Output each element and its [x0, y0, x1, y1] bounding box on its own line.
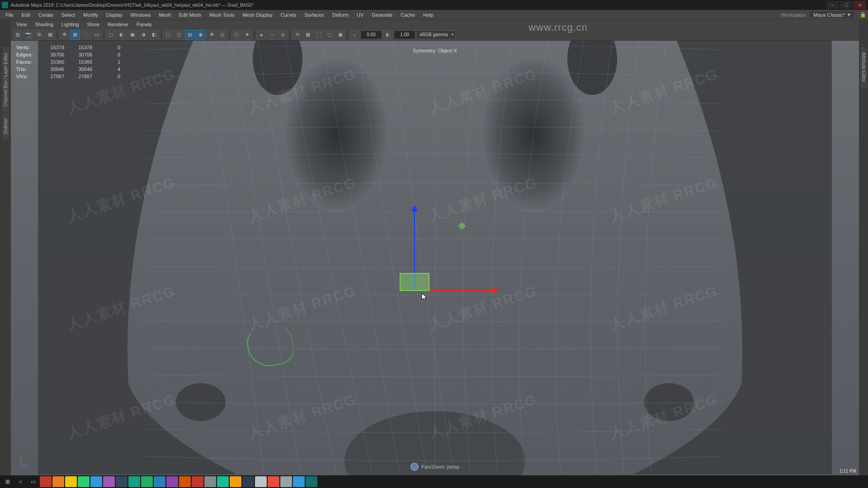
motion-blur-icon[interactable]: ❋: [207, 30, 217, 40]
gamma-field[interactable]: [394, 30, 415, 39]
gamma-icon[interactable]: ◐: [383, 30, 393, 40]
lock-icon[interactable]: 🔒: [860, 12, 866, 18]
search-icon[interactable]: ○: [14, 476, 26, 487]
shadows-icon[interactable]: ◧: [149, 30, 159, 40]
circle-icon[interactable]: ○: [267, 30, 277, 40]
menu-surfaces[interactable]: Surfaces: [301, 11, 328, 19]
windows-taskbar[interactable]: ⊞ ○ ▭: [0, 475, 868, 488]
taskbar-app-icon[interactable]: [52, 476, 64, 487]
menu-deform[interactable]: Deform: [329, 11, 352, 19]
taskbar-app-icon[interactable]: [78, 476, 90, 487]
taskbar-app-icon[interactable]: [141, 476, 153, 487]
taskbar-app-icon[interactable]: [230, 476, 241, 487]
taskbar-app-icon[interactable]: [166, 476, 178, 487]
taskbar-app-icon[interactable]: [179, 476, 191, 487]
menu-mesh-display[interactable]: Mesh Display: [239, 11, 276, 19]
textured-icon[interactable]: ▣: [127, 30, 137, 40]
menu-modify[interactable]: Modify: [80, 11, 101, 19]
panel-view[interactable]: View: [13, 21, 31, 28]
taskbar-app-icon[interactable]: [154, 476, 165, 487]
menu-windows[interactable]: Windows: [127, 11, 155, 19]
exposure-reset-icon[interactable]: ⟲: [292, 30, 302, 40]
resolution-gate-icon[interactable]: ⬚: [81, 30, 91, 40]
panel-show[interactable]: Show: [84, 21, 104, 28]
smooth-shade-icon[interactable]: ◐: [117, 30, 127, 40]
taskbar-app-icon[interactable]: [306, 476, 317, 487]
panel-panels[interactable]: Panels: [133, 21, 156, 28]
gizmo-center-box[interactable]: [419, 278, 427, 286]
taskbar-app-icon[interactable]: [116, 476, 127, 487]
taskbar-app-icon[interactable]: [128, 476, 140, 487]
lights-icon[interactable]: ◑: [138, 30, 148, 40]
viewport-persp[interactable]: 人人素材 RRCG 人人素材 RRCG 人人素材 RRCG 人人素材 RRCG …: [11, 41, 859, 475]
taskbar-app-icon[interactable]: [268, 476, 279, 487]
window-minimize-button[interactable]: ─: [826, 1, 839, 9]
panel-shading[interactable]: Shading: [32, 21, 57, 28]
smooth-preview-icon[interactable]: ◉: [196, 30, 206, 40]
tab-outliner[interactable]: Outliner: [2, 113, 9, 140]
menu-help[interactable]: Help: [420, 11, 437, 19]
start-button[interactable]: ⊞: [2, 476, 14, 487]
menu-display[interactable]: Display: [103, 11, 126, 19]
fullbox-icon[interactable]: ▣: [335, 30, 345, 40]
camera-select-icon[interactable]: ▥: [13, 30, 23, 40]
workspace-value: Maya Classic*: [813, 12, 845, 18]
tool-message: Pan/Zoom: persp: [410, 463, 459, 471]
expand-icon[interactable]: ⛶: [314, 30, 324, 40]
window-maximize-button[interactable]: ☐: [840, 1, 853, 9]
light-use-icon[interactable]: ★: [242, 30, 252, 40]
box-icon[interactable]: ▢: [325, 30, 335, 40]
gizmo-y-arrow-icon[interactable]: [411, 205, 418, 211]
taskbar-app-icon[interactable]: [204, 476, 216, 487]
tab-attribute-editor[interactable]: Attribute Editor: [860, 47, 867, 88]
taskbar-app-icon[interactable]: [192, 476, 203, 487]
menu-select[interactable]: Select: [58, 11, 79, 19]
window-close-button[interactable]: ✕: [854, 1, 866, 9]
taskbar-app-icon[interactable]: [242, 476, 254, 487]
menu-mesh-tools[interactable]: Mesh Tools: [206, 11, 238, 19]
target-icon[interactable]: ◎: [278, 30, 288, 40]
camera-lock-icon[interactable]: 📷: [24, 30, 33, 40]
menu-curves[interactable]: Curves: [277, 11, 300, 19]
menu-cache[interactable]: Cache: [397, 11, 419, 19]
panzoom-icon[interactable]: ✥: [59, 30, 69, 40]
svg-point-5: [644, 383, 694, 421]
hud-row: Faces:15380153801: [16, 59, 126, 65]
taskbar-app-icon[interactable]: [217, 476, 229, 487]
xray-icon[interactable]: ◫: [174, 30, 184, 40]
grid-icon[interactable]: ▦: [70, 30, 80, 40]
menu-mesh[interactable]: Mesh: [155, 11, 175, 19]
gate-mask-icon[interactable]: ▭: [92, 30, 102, 40]
taskbar-app-icon[interactable]: [103, 476, 115, 487]
taskbar-app-icon[interactable]: [90, 476, 102, 487]
menu-generate[interactable]: Generate: [368, 11, 396, 19]
exposure-field[interactable]: [360, 30, 382, 39]
aa-icon[interactable]: ⬡: [231, 30, 241, 40]
exposure-icon[interactable]: ☼: [349, 30, 359, 40]
taskbar-app-icon[interactable]: [40, 476, 52, 487]
color-transform-dropdown[interactable]: sRGB gamma: [416, 30, 456, 39]
taskbar-app-icon[interactable]: [280, 476, 292, 487]
wireframe-icon[interactable]: ▢: [106, 30, 116, 40]
ao-icon[interactable]: ◎: [217, 30, 227, 40]
frame-icon[interactable]: ▦: [303, 30, 313, 40]
tab-channel-box[interactable]: Channel Box / Layer Editor: [2, 47, 9, 112]
menu-uv[interactable]: UV: [353, 11, 367, 19]
taskbar-app-icon[interactable]: [293, 476, 305, 487]
bookmark-icon[interactable]: ⧉: [34, 30, 44, 40]
wire-on-shaded-icon[interactable]: ▤: [185, 30, 195, 40]
menu-file[interactable]: File: [2, 11, 17, 19]
isolate-select-icon[interactable]: ▢: [163, 30, 173, 40]
panel-renderer[interactable]: Renderer: [104, 21, 132, 28]
menu-edit[interactable]: Edit: [18, 11, 34, 19]
image-plane-icon[interactable]: ▦: [45, 30, 55, 40]
task-view-icon[interactable]: ▭: [27, 476, 39, 487]
workspace-selector[interactable]: Maya Classic* ▾: [808, 10, 855, 19]
dot-icon[interactable]: ●: [256, 30, 266, 40]
gizmo-x-arrow-icon[interactable]: [493, 287, 499, 294]
menu-create[interactable]: Create: [35, 11, 57, 19]
taskbar-app-icon[interactable]: [255, 476, 267, 487]
panel-lighting[interactable]: Lighting: [58, 21, 83, 28]
menu-edit-mesh[interactable]: Edit Mesh: [175, 11, 205, 19]
taskbar-app-icon[interactable]: [65, 476, 77, 487]
